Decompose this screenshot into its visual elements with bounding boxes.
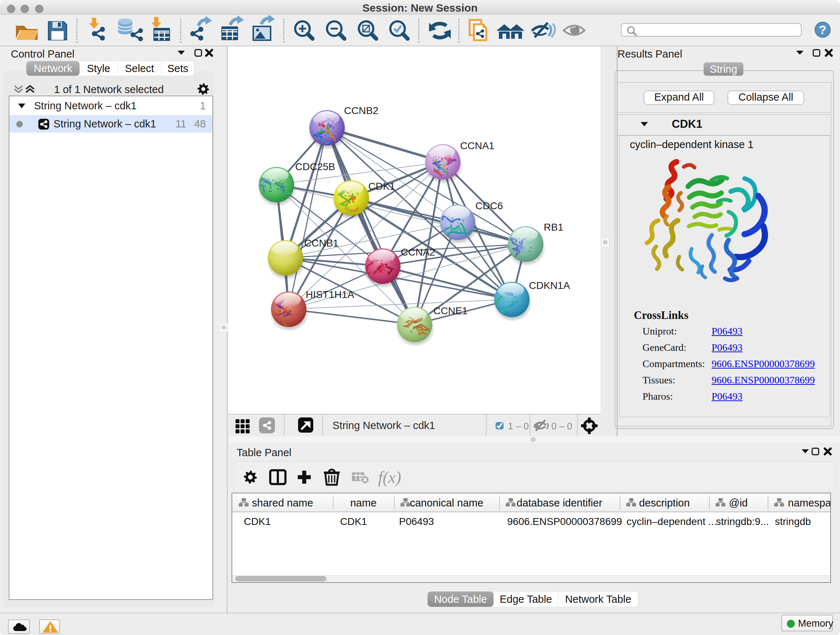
svg-text:CCNB2: CCNB2 bbox=[344, 105, 378, 116]
svg-text:RB1: RB1 bbox=[544, 222, 563, 233]
svg-text:CCNB1: CCNB1 bbox=[304, 238, 339, 249]
svg-text:CCNA2: CCNA2 bbox=[401, 247, 435, 258]
svg-text:CDC6: CDC6 bbox=[475, 200, 503, 211]
svg-text:CDC25B: CDC25B bbox=[295, 161, 335, 172]
svg-text:CDK1: CDK1 bbox=[368, 181, 395, 192]
svg-text:?: ? bbox=[819, 23, 827, 36]
svg-text:CDKN1A: CDKN1A bbox=[529, 280, 570, 291]
svg-text:CCNA1: CCNA1 bbox=[460, 140, 494, 151]
svg-text:f(x): f(x) bbox=[378, 468, 401, 486]
svg-text:CCNE1: CCNE1 bbox=[433, 305, 468, 317]
svg-text:HIST1H1A: HIST1H1A bbox=[306, 289, 354, 300]
